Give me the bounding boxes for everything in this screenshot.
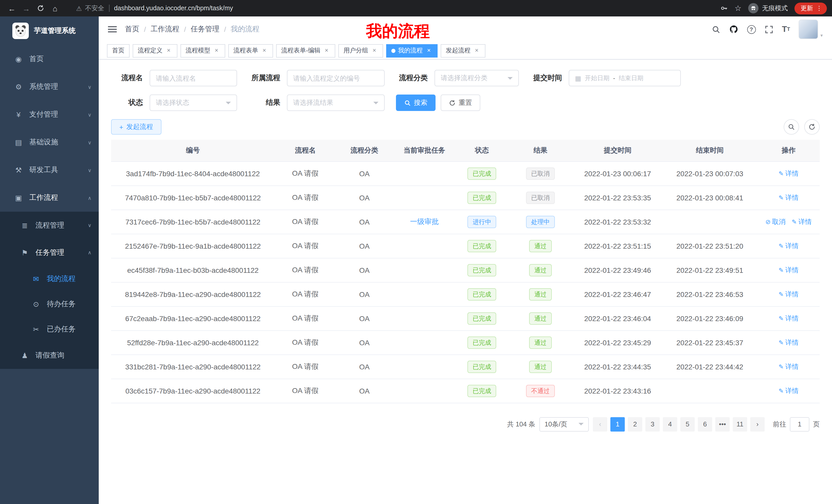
tab-process-form-edit[interactable]: 流程表单-编辑 × [276, 44, 335, 57]
cell-id: 52ffd28e-7b9a-11ec-a290-acde48001122 [111, 330, 275, 355]
reset-button[interactable]: 重置 [441, 94, 480, 111]
task-link[interactable]: 一级审批 [410, 217, 439, 225]
process-table: 编号 流程名 流程分类 当前审批任务 状态 结果 提交时间 结束时间 操作 3a… [111, 140, 820, 403]
hide-search-icon[interactable] [784, 119, 799, 135]
close-icon[interactable]: × [323, 47, 330, 54]
sidebar-item-infrastructure[interactable]: ▤ 基础设施 ∨ [0, 129, 99, 156]
cell-status: 已完成 [456, 330, 508, 355]
close-icon[interactable]: × [371, 47, 378, 54]
cell-end-time: 2022-01-22 23:49:51 [662, 258, 757, 282]
menu-label: 待办任务 [47, 299, 76, 309]
tab-start-process[interactable]: 发起流程 × [441, 44, 486, 57]
cell-task [393, 379, 456, 403]
close-icon[interactable]: × [261, 47, 268, 54]
breadcrumb-task-management[interactable]: 任务管理 [191, 25, 219, 34]
detail-link[interactable]: ✎详情 [779, 241, 799, 250]
detail-link[interactable]: ✎详情 [779, 265, 799, 275]
update-button[interactable]: 更新 ⋮ [795, 2, 827, 14]
help-icon[interactable]: ? [747, 25, 756, 34]
tab-label: 用户分组 [343, 46, 368, 55]
more-pages-button[interactable]: ••• [715, 417, 730, 431]
url-text[interactable]: dashboard.yudao.iocoder.cn/bpm/task/my [114, 5, 233, 12]
category-select[interactable]: 请选择流程分类 [435, 70, 519, 86]
page-button-2[interactable]: 2 [628, 417, 642, 431]
address-bar[interactable]: ⚠ 不安全 dashboard.yudao.iocoder.cn/bpm/tas… [76, 4, 719, 12]
sidebar-item-todo-tasks[interactable]: ⊙ 待办任务 [0, 291, 99, 316]
detail-link[interactable]: ✎详情 [779, 289, 799, 299]
tab-user-group[interactable]: 用户分组 × [338, 44, 383, 57]
detail-link[interactable]: ✎详情 [779, 386, 799, 395]
next-page-button[interactable]: › [750, 417, 765, 431]
sidebar-item-devtools[interactable]: ⚒ 研发工具 ∨ [0, 156, 99, 184]
site-info[interactable]: ⚠ 不安全 [76, 4, 104, 12]
sidebar-item-process-management[interactable]: ≣ 流程管理 ∨ [0, 212, 99, 239]
sidebar-item-leave-query[interactable]: ♟ 请假查询 [0, 342, 99, 369]
close-icon[interactable]: × [213, 47, 220, 54]
hamburger-icon[interactable] [108, 26, 117, 32]
tab-my-process[interactable]: 我的流程 × [386, 44, 438, 57]
cancel-link[interactable]: ⊘取消 [765, 217, 785, 226]
cell-result: 不通过 [508, 379, 573, 403]
goto-page-input[interactable] [790, 417, 809, 431]
sidebar-item-workflow[interactable]: ▣ 工作流程 ∧ [0, 184, 99, 212]
refresh-icon[interactable] [804, 119, 820, 135]
sidebar-item-done-tasks[interactable]: ✂ 已办任务 [0, 316, 99, 342]
app-logo[interactable]: 芋道管理系统 [0, 17, 99, 45]
detail-link[interactable]: ✎详情 [779, 338, 799, 347]
close-icon[interactable]: × [425, 47, 433, 54]
tab-process-model[interactable]: 流程模型 × [181, 44, 225, 57]
back-icon[interactable]: ← [5, 2, 19, 15]
date-range-picker[interactable]: ▦ 开始日期 - 结束日期 [569, 70, 681, 86]
tab-home[interactable]: 首页 [107, 44, 130, 57]
bookmark-star-icon[interactable]: ☆ [734, 4, 742, 13]
github-icon[interactable] [729, 25, 738, 34]
sidebar-item-task-management[interactable]: ⚑ 任务管理 ∧ [0, 239, 99, 266]
sidebar-item-my-process[interactable]: ✉ 我的流程 [0, 266, 99, 291]
status-select[interactable]: 请选择状态 [150, 94, 237, 111]
start-process-button[interactable]: + 发起流程 [111, 119, 161, 135]
breadcrumb-home[interactable]: 首页 [125, 25, 139, 34]
tab-process-definition[interactable]: 流程定义 × [133, 44, 177, 57]
list-icon: ≣ [20, 221, 30, 229]
page-button-5[interactable]: 5 [680, 417, 695, 431]
result-select[interactable]: 请选择流结果 [287, 94, 385, 111]
cell-status: 已完成 [456, 234, 508, 258]
sidebar-item-home[interactable]: ◉ 首页 [0, 45, 99, 73]
home-icon[interactable]: ⌂ [48, 2, 62, 15]
parent-process-input[interactable] [287, 70, 385, 86]
sidebar-item-payment[interactable]: ¥ 支付管理 ∨ [0, 101, 99, 129]
page-button-4[interactable]: 4 [663, 417, 677, 431]
search-icon[interactable] [711, 25, 720, 34]
forward-icon[interactable]: → [20, 2, 33, 15]
page-size-select[interactable]: 10条/页 [539, 417, 589, 431]
cell-actions: ✎详情 [757, 355, 820, 379]
table-row: 819442e8-7b9a-11ec-a290-acde48001122 OA … [111, 282, 820, 306]
key-icon[interactable] [720, 4, 728, 12]
page-button-11[interactable]: 11 [733, 417, 747, 431]
page-button-1[interactable]: 1 [610, 417, 625, 431]
prev-page-button[interactable]: ‹ [593, 417, 607, 431]
table-row: 3ad174fb-7b9d-11ec-8404-acde48001122 OA … [111, 161, 820, 186]
font-size-icon[interactable]: TT [782, 25, 790, 33]
cell-name: OA 请假 [275, 306, 336, 330]
sidebar-menu: ◉ 首页 ⚙ 系统管理 ∨ ¥ 支付管理 ∨ ▤ 基础设施 ∨ ⚒ 研发工具 ∨ [0, 45, 99, 369]
close-icon[interactable]: × [165, 47, 172, 54]
screen: ← → ⌂ ⚠ 不安全 dashboard.yudao.iocoder.cn/b… [0, 0, 832, 504]
detail-link[interactable]: ✎详情 [779, 362, 799, 371]
tab-process-form[interactable]: 流程表单 × [228, 44, 273, 57]
page-button-3[interactable]: 3 [645, 417, 660, 431]
search-button[interactable]: 搜索 [396, 94, 436, 111]
breadcrumb-workflow[interactable]: 工作流程 [151, 25, 179, 34]
close-icon[interactable]: × [473, 47, 480, 54]
detail-link[interactable]: ✎详情 [779, 193, 799, 202]
reload-icon[interactable] [34, 2, 47, 15]
detail-link[interactable]: ✎详情 [791, 217, 812, 226]
sidebar-item-system[interactable]: ⚙ 系统管理 ∨ [0, 73, 99, 101]
table-row: 7470a810-7b9b-11ec-b5b7-acde48001122 OA … [111, 186, 820, 209]
user-menu[interactable]: ▾ [799, 20, 823, 39]
fullscreen-icon[interactable] [764, 25, 773, 34]
process-name-input[interactable] [150, 70, 237, 86]
detail-link[interactable]: ✎详情 [779, 314, 799, 323]
detail-link[interactable]: ✎详情 [779, 169, 799, 178]
page-button-6[interactable]: 6 [698, 417, 712, 431]
